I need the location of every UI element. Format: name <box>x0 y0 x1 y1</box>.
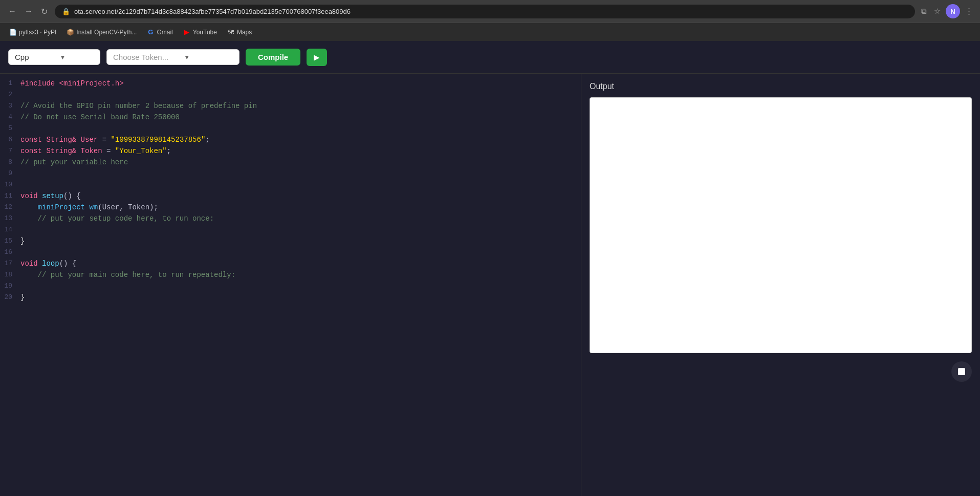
bookmark-maps[interactable]: 🗺 Maps <box>223 27 256 37</box>
main-content: 1 #include <miniProject.h> 2 3 // Avoid … <box>0 74 980 496</box>
translate-button[interactable]: ⧉ <box>919 5 929 18</box>
gmail-icon: G <box>147 29 154 36</box>
forward-button[interactable]: → <box>21 5 36 18</box>
output-textarea[interactable] <box>590 97 972 353</box>
line-content-4: // Do not use Serial baud Rate 250000 <box>20 113 581 121</box>
line-content-3: // Avoid the GPIO pin number 2 because o… <box>20 102 581 110</box>
line-num-9: 9 <box>0 169 20 177</box>
line-num-13: 13 <box>0 214 20 222</box>
pyttsx3-icon: 📄 <box>9 29 16 36</box>
app-container: Cpp ▼ Choose Token... ▼ Compile ▶ 1 #inc… <box>0 41 980 496</box>
line-content-7: const String& Token = "Your_Token"; <box>20 147 581 155</box>
code-line-17: 17 void loop() { <box>0 259 581 270</box>
stop-button[interactable] <box>951 361 972 382</box>
line-num-17: 17 <box>0 260 20 267</box>
token-dropdown[interactable]: Choose Token... ▼ <box>106 49 239 65</box>
code-line-6: 6 const String& User = "1099338799814523… <box>0 135 581 146</box>
opencv-icon: 📦 <box>67 29 74 36</box>
nav-buttons: ← → ↻ <box>5 5 51 18</box>
line-content-20: } <box>20 293 581 301</box>
line-content-8: // put your variable here <box>20 158 581 166</box>
code-line-15: 15 } <box>0 236 581 248</box>
code-line-18: 18 // put your main code here, to run re… <box>0 270 581 282</box>
line-content-18: // put your main code here, to run repea… <box>20 271 581 279</box>
bookmarks-bar: 📄 pyttsx3 · PyPI 📦 Install OpenCV-Pyth..… <box>0 23 980 41</box>
line-num-4: 4 <box>0 113 20 121</box>
browser-toolbar: ← → ↻ 🔒 ⧉ ☆ N ⋮ <box>0 0 980 23</box>
bookmark-button[interactable]: ☆ <box>932 5 943 18</box>
output-panel: Output <box>581 74 980 496</box>
code-line-13: 13 // put your setup code here, to run o… <box>0 214 581 225</box>
run-button[interactable]: ▶ <box>307 49 327 66</box>
line-content-1: #include <miniProject.h> <box>20 79 581 88</box>
bookmark-opencv-label: Install OpenCV-Pyth... <box>76 29 137 36</box>
bookmark-youtube-label: YouTube <box>193 29 217 36</box>
browser-actions: ⧉ ☆ N ⋮ <box>919 4 975 18</box>
back-button[interactable]: ← <box>5 5 19 18</box>
code-line-2: 2 <box>0 90 581 101</box>
bookmark-youtube[interactable]: ▶ YouTube <box>179 27 221 37</box>
code-line-8: 8 // put your variable here <box>0 158 581 169</box>
line-num-16: 16 <box>0 248 20 256</box>
line-content-13: // put your setup code here, to run once… <box>20 214 581 223</box>
line-content-12: miniProject wm(User, Token); <box>20 203 581 211</box>
language-dropdown[interactable]: Cpp ▼ <box>8 49 100 65</box>
maps-icon: 🗺 <box>227 29 234 36</box>
token-placeholder: Choose Token... <box>113 53 168 61</box>
youtube-icon: ▶ <box>183 29 190 36</box>
bookmark-pyttsx3-label: pyttsx3 · PyPI <box>19 29 56 36</box>
line-num-3: 3 <box>0 102 20 110</box>
line-num-15: 15 <box>0 237 20 245</box>
code-editor[interactable]: 1 #include <miniProject.h> 2 3 // Avoid … <box>0 74 581 496</box>
code-line-4: 4 // Do not use Serial baud Rate 250000 <box>0 113 581 124</box>
line-content-6: const String& User = "109933879981452378… <box>20 136 581 144</box>
bookmark-pyttsx3[interactable]: 📄 pyttsx3 · PyPI <box>5 27 60 37</box>
line-num-6: 6 <box>0 136 20 143</box>
code-line-14: 14 <box>0 225 581 236</box>
line-num-18: 18 <box>0 271 20 278</box>
language-chevron-icon: ▼ <box>60 54 66 61</box>
language-label: Cpp <box>15 53 29 61</box>
code-line-7: 7 const String& Token = "Your_Token"; <box>0 146 581 158</box>
reload-button[interactable]: ↻ <box>38 5 51 18</box>
code-line-3: 3 // Avoid the GPIO pin number 2 because… <box>0 101 581 113</box>
browser-chrome: ← → ↻ 🔒 ⧉ ☆ N ⋮ 📄 pyttsx3 · PyPI 📦 Insta… <box>0 0 980 41</box>
line-num-2: 2 <box>0 91 20 98</box>
line-num-19: 19 <box>0 282 20 290</box>
code-line-19: 19 <box>0 282 581 293</box>
line-num-5: 5 <box>0 124 20 132</box>
security-icon: 🔒 <box>62 8 70 15</box>
line-num-20: 20 <box>0 293 20 301</box>
line-num-11: 11 <box>0 192 20 200</box>
line-num-7: 7 <box>0 147 20 155</box>
code-line-9: 9 <box>0 169 581 180</box>
token-chevron-icon: ▼ <box>184 54 190 61</box>
bookmark-gmail-label: Gmail <box>157 29 172 36</box>
user-avatar[interactable]: N <box>946 4 960 18</box>
bookmark-maps-label: Maps <box>237 29 252 36</box>
line-num-8: 8 <box>0 158 20 166</box>
line-content-17: void loop() { <box>20 260 581 268</box>
address-input[interactable] <box>74 8 908 15</box>
line-num-12: 12 <box>0 203 20 211</box>
compile-button[interactable]: Compile <box>246 49 300 66</box>
bookmark-gmail[interactable]: G Gmail <box>143 27 177 37</box>
code-line-5: 5 <box>0 124 581 135</box>
code-line-1: 1 #include <miniProject.h> <box>0 79 581 90</box>
line-num-1: 1 <box>0 79 20 87</box>
address-bar-container: 🔒 <box>55 5 915 18</box>
code-line-20: 20 } <box>0 293 581 304</box>
bookmark-opencv[interactable]: 📦 Install OpenCV-Pyth... <box>62 27 141 37</box>
top-toolbar: Cpp ▼ Choose Token... ▼ Compile ▶ <box>0 41 980 74</box>
code-line-12: 12 miniProject wm(User, Token); <box>0 203 581 214</box>
line-content-15: } <box>20 237 581 245</box>
line-content-11: void setup() { <box>20 192 581 200</box>
code-line-11: 11 void setup() { <box>0 191 581 203</box>
more-menu-button[interactable]: ⋮ <box>963 5 975 18</box>
code-line-10: 10 <box>0 180 581 191</box>
output-title: Output <box>590 82 972 91</box>
code-line-16: 16 <box>0 248 581 259</box>
stop-icon <box>958 368 965 375</box>
line-num-10: 10 <box>0 181 20 188</box>
line-num-14: 14 <box>0 226 20 233</box>
